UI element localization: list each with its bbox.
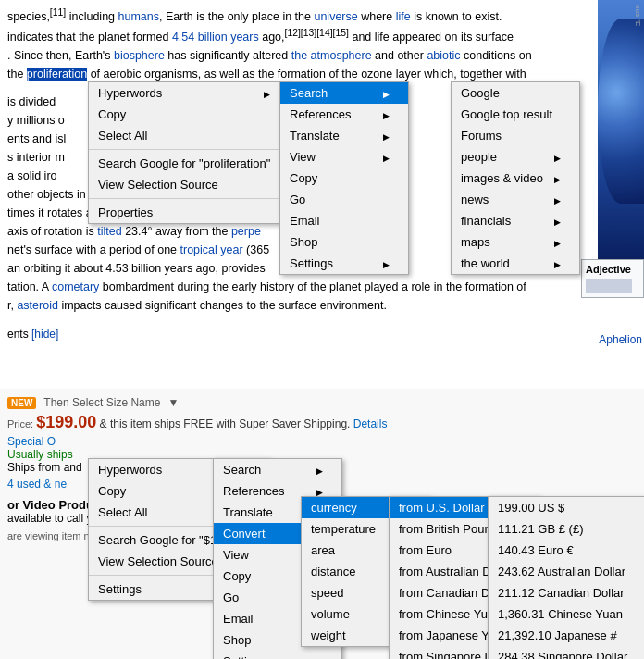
menu-item-email[interactable]: Email bbox=[280, 210, 408, 231]
menu-item-maps[interactable]: maps bbox=[452, 231, 579, 253]
article-text8: s interior m bbox=[7, 151, 65, 164]
menu-item-hyperwords-top[interactable]: Hyperwords bbox=[89, 82, 289, 104]
adjective-box: Adjective bbox=[581, 259, 644, 298]
menu-item-the-world[interactable]: the world bbox=[452, 253, 579, 274]
menu-item-references[interactable]: References bbox=[280, 104, 408, 125]
size-selector: Then Select Size Name bbox=[43, 396, 160, 409]
context-menu-search-top: Search References Translate View Copy Go… bbox=[279, 81, 409, 275]
menu-item-view[interactable]: View bbox=[280, 146, 408, 168]
menu-item-copy-search[interactable]: Copy bbox=[280, 168, 408, 189]
images-arrow bbox=[547, 171, 561, 185]
search-arrow-bottom bbox=[309, 463, 323, 477]
world-arrow bbox=[547, 256, 561, 270]
article-text2: indicates that the planet formed 4.54 bi… bbox=[7, 31, 514, 44]
menu-item-financials[interactable]: financials bbox=[452, 210, 579, 231]
special-offer[interactable]: Special O bbox=[7, 435, 56, 448]
menu-item-go[interactable]: Go bbox=[280, 189, 408, 210]
article-text6: y millions o bbox=[7, 114, 65, 127]
menu-item-properties-top[interactable]: Properties bbox=[89, 202, 289, 223]
menu-item-jpy-val: 21,392.10 Japanese # bbox=[489, 625, 644, 646]
earth-image: ous "E bbox=[598, 0, 644, 259]
article-text16: r, asteroid impacts caused significant c… bbox=[7, 299, 387, 312]
menu-item-eur-val: 140.43 Euro € bbox=[489, 540, 644, 561]
menu-separator2 bbox=[89, 198, 289, 199]
news-arrow bbox=[547, 193, 561, 206]
details-link[interactable]: Details bbox=[353, 417, 388, 430]
menu-item-shop[interactable]: Shop bbox=[280, 231, 408, 253]
article-text3: . Since then, Earth's biosphere has sign… bbox=[7, 49, 532, 62]
translate-arrow bbox=[376, 129, 390, 143]
view-arrow bbox=[376, 150, 390, 164]
highlighted-word: proliferation bbox=[27, 68, 87, 81]
menu-item-copy-top[interactable]: Copy bbox=[89, 104, 289, 125]
article-text4: the proliferation of aerobic organisms, … bbox=[7, 68, 526, 81]
article-text13: net's surface with a period of one tropi… bbox=[7, 243, 269, 256]
menu-item-people[interactable]: people bbox=[452, 146, 579, 168]
menu-item-forums[interactable]: Forums bbox=[452, 125, 579, 146]
submenu-arrow bbox=[256, 86, 270, 100]
article-text9: a solid iro bbox=[7, 169, 57, 182]
search-arrow bbox=[376, 86, 390, 100]
menu-item-cad-val: 211.12 Canadian Dollar bbox=[489, 582, 644, 603]
context-menu-usd-values: 199.00 US $ 111.21 GB £ (£) 140.43 Euro … bbox=[488, 496, 644, 659]
article-text: species,[11] including humans, Earth is … bbox=[7, 10, 502, 23]
settings-arrow-bottom bbox=[309, 654, 323, 659]
references-arrow bbox=[376, 107, 390, 121]
menu-item-view-source-top[interactable]: View Selection Source bbox=[89, 174, 289, 195]
menu-item-google[interactable]: Google bbox=[452, 82, 579, 104]
aphelion-link[interactable]: Aphelion bbox=[599, 333, 642, 346]
menu-item-google-top-result[interactable]: Google top result bbox=[452, 104, 579, 125]
menu-item-aud-val: 243.62 Australian Dollar bbox=[489, 561, 644, 582]
financials-arrow bbox=[547, 214, 561, 228]
article-text5: is divided bbox=[7, 95, 56, 108]
context-menu-google-top: Google Google top result Forums people i… bbox=[451, 81, 580, 275]
menu-separator bbox=[89, 149, 289, 150]
article-text14: an orbiting it about 4.53 billion years … bbox=[7, 262, 266, 275]
menu-item-gbp-val: 111.21 GB £ (£) bbox=[489, 518, 644, 540]
menu-item-translate[interactable]: Translate bbox=[280, 125, 408, 146]
new-badge: NEW bbox=[7, 397, 36, 409]
menu-item-images-video[interactable]: images & video bbox=[452, 168, 579, 189]
maps-arrow bbox=[547, 235, 561, 249]
menu-item-settings-bottom-sub[interactable]: Settings bbox=[214, 651, 341, 659]
price-label: Price: bbox=[7, 418, 36, 429]
settings-arrow bbox=[376, 256, 390, 270]
used-link[interactable]: 4 used & ne bbox=[7, 478, 67, 491]
menu-item-search-bottom-sub[interactable]: Search bbox=[214, 459, 341, 480]
menu-item-sgd-val: 284.38 Singapore Dollar bbox=[489, 646, 644, 659]
adjective-label: Adjective bbox=[586, 264, 639, 275]
context-menu-main-top: Hyperwords Copy Select All Search Google… bbox=[88, 81, 290, 224]
menu-item-search-sub[interactable]: Search bbox=[280, 82, 408, 104]
menu-item-selectall-top[interactable]: Select All bbox=[89, 125, 289, 146]
menu-item-settings[interactable]: Settings bbox=[280, 253, 408, 274]
article-toc: ents [hide] bbox=[7, 326, 637, 342]
people-arrow bbox=[547, 150, 561, 164]
article-text15: tation. A cometary bombardment during th… bbox=[7, 280, 526, 293]
menu-item-news[interactable]: news bbox=[452, 189, 579, 210]
prime-text: & this item ships FREE with Super Saver … bbox=[100, 417, 353, 430]
menu-item-cny-val: 1,360.31 Chinese Yuan bbox=[489, 603, 644, 625]
price-value: $199.00 bbox=[36, 413, 96, 431]
article-text12: axis of rotation is tilted 23.4° away fr… bbox=[7, 225, 261, 238]
article-text7: ents and isl bbox=[7, 132, 66, 145]
menu-item-search-google-top[interactable]: Search Google for "proliferation" bbox=[89, 153, 289, 174]
menu-item-usd-val: 199.00 US $ bbox=[489, 497, 644, 518]
